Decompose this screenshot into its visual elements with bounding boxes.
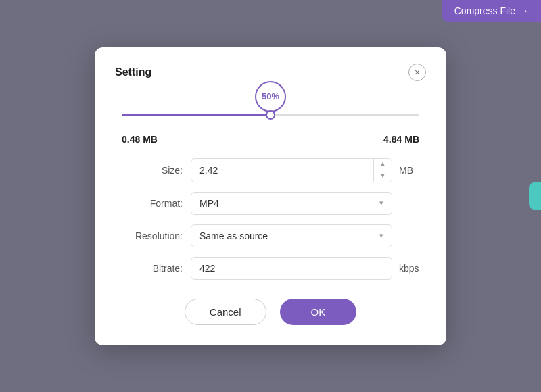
slider-labels: 0.48 MB 4.84 MB: [122, 134, 419, 145]
format-chevron-icon: ▾: [379, 199, 383, 207]
bitrate-input[interactable]: [191, 257, 392, 280]
slider-fill: [122, 114, 270, 116]
size-increment-button[interactable]: ▲: [374, 159, 392, 170]
size-label: Size:: [115, 165, 183, 176]
resolution-label: Resolution:: [115, 230, 183, 241]
cancel-button[interactable]: Cancel: [185, 299, 266, 325]
slider-percent-label: 50%: [262, 91, 279, 101]
dialog-title: Setting: [115, 66, 151, 78]
resolution-select-wrap: Same as source ▾: [191, 224, 392, 247]
compress-file-button[interactable]: Compress File →: [442, 0, 541, 22]
bitrate-input-wrap: [191, 257, 392, 280]
slider-section: 50% 0.48 MB 4.84 MB: [115, 100, 426, 145]
size-decrement-button[interactable]: ▼: [374, 170, 392, 182]
dialog-buttons: Cancel OK: [115, 299, 426, 325]
slider-thumb[interactable]: [266, 110, 275, 120]
slider-max-label: 4.84 MB: [383, 134, 419, 145]
compress-label: Compress File: [454, 5, 515, 16]
resolution-row: Resolution: Same as source ▾: [115, 224, 426, 247]
resolution-select[interactable]: Same as source ▾: [191, 224, 392, 247]
size-unit: MB: [399, 165, 426, 176]
close-icon: ×: [415, 68, 420, 77]
size-input[interactable]: [191, 160, 373, 181]
slider-bubble: 50%: [255, 81, 286, 112]
size-spinner-container: ▲ ▼: [191, 158, 392, 182]
slider-min-label: 0.48 MB: [122, 134, 158, 145]
resolution-chevron-icon: ▾: [379, 231, 383, 240]
settings-dialog: Setting × 50% 0.48 MB 4.84 MB Size:: [95, 47, 446, 345]
slider-track[interactable]: [122, 114, 419, 116]
close-button[interactable]: ×: [408, 64, 426, 81]
size-spinner-arrows: ▲ ▼: [373, 159, 392, 182]
size-input-wrap: ▲ ▼: [191, 158, 392, 182]
bitrate-unit: kbps: [399, 263, 426, 274]
format-select[interactable]: MP4 ▾: [191, 192, 392, 215]
resolution-value: Same as source: [199, 230, 268, 241]
slider-container: 50%: [122, 100, 419, 130]
bitrate-label: Bitrate:: [115, 263, 183, 274]
format-select-wrap: MP4 ▾: [191, 192, 392, 215]
ok-button[interactable]: OK: [280, 299, 357, 325]
size-row: Size: ▲ ▼ MB: [115, 158, 426, 182]
format-value: MP4: [199, 198, 219, 209]
format-row: Format: MP4 ▾: [115, 192, 426, 215]
format-label: Format:: [115, 198, 183, 209]
compress-arrow: →: [519, 5, 529, 16]
teal-side-element: [529, 182, 541, 210]
dialog-header: Setting ×: [115, 64, 426, 81]
form-section: Size: ▲ ▼ MB Format: MP4 ▾: [115, 158, 426, 280]
bitrate-row: Bitrate: kbps: [115, 257, 426, 280]
